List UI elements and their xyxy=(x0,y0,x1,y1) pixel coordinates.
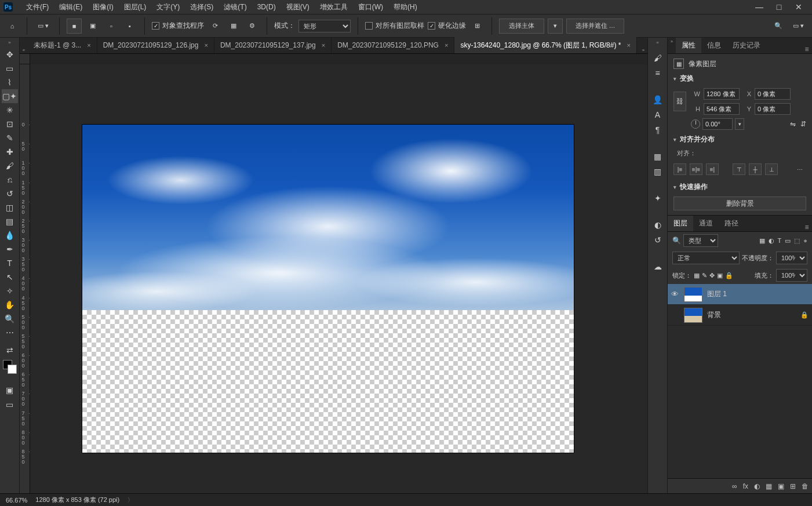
close-button[interactable]: ✕ xyxy=(795,2,803,12)
cloud-icon[interactable]: ☁ xyxy=(650,259,665,274)
sliders-icon[interactable]: ≡ xyxy=(650,65,665,81)
align-top-icon[interactable]: ⊤ xyxy=(733,163,745,175)
link-WH-icon[interactable]: ⛓ xyxy=(673,92,686,111)
select-subject-button[interactable]: 选择主体 xyxy=(499,19,544,34)
gradient-tool[interactable]: ▤ xyxy=(2,214,18,228)
align-bottom-icon[interactable]: ⊥ xyxy=(765,163,778,175)
document-tab-3[interactable]: DM_20230721095129_120.PNG× xyxy=(332,37,454,53)
tab-scroll-left[interactable]: « xyxy=(20,46,28,53)
right-dock-expand[interactable]: « xyxy=(648,40,667,47)
select-subject-dropdown[interactable]: ▾ xyxy=(548,19,563,34)
layer-row[interactable]: 背景🔒 xyxy=(668,305,812,326)
menu-5[interactable]: 选择(S) xyxy=(185,0,219,14)
toolbox-expand[interactable]: » xyxy=(0,40,19,47)
tab-paths[interactable]: 路径 xyxy=(719,216,744,231)
tab-close-icon[interactable]: × xyxy=(87,42,90,49)
align-left-icon[interactable]: |≡ xyxy=(673,163,686,175)
properties-menu-icon[interactable]: ≡ xyxy=(802,45,812,53)
zoom-tool[interactable]: 🔍 xyxy=(2,312,18,326)
lib2-icon[interactable]: ▥ xyxy=(650,164,665,179)
layer-thumbnail[interactable] xyxy=(684,308,702,323)
eyedropper-tool[interactable]: ✎ xyxy=(2,131,18,145)
lock-all-icon[interactable]: 🔒 xyxy=(725,272,733,279)
healing-tool[interactable]: ✚ xyxy=(2,145,18,159)
menu-3[interactable]: 图层(L) xyxy=(119,0,152,14)
shape-tool[interactable]: ✧ xyxy=(2,284,18,298)
lasso-tool[interactable]: ⌇ xyxy=(2,75,18,89)
move-tool[interactable]: ✥ xyxy=(2,48,18,61)
layer-list[interactable]: 👁图层 1背景🔒 xyxy=(668,284,812,478)
document-tab-0[interactable]: 未标题-1 @ 3...× xyxy=(28,37,97,53)
status-dropdown[interactable]: 〉 xyxy=(128,496,133,504)
tab-channels[interactable]: 通道 xyxy=(693,216,719,231)
lock-trans-icon[interactable]: ▦ xyxy=(694,272,700,279)
menu-1[interactable]: 编辑(E) xyxy=(54,0,88,14)
overlay-icon[interactable]: ▦ xyxy=(226,19,241,34)
wand-tool[interactable]: ✳ xyxy=(2,103,18,117)
stamp-tool[interactable]: ⎌ xyxy=(2,173,18,187)
align-more-icon[interactable]: ⋯ xyxy=(793,163,806,175)
add-selection-icon[interactable]: ▣ xyxy=(85,19,100,34)
canvas-viewport[interactable] xyxy=(30,64,647,493)
tab-close-icon[interactable]: × xyxy=(204,42,207,49)
remove-background-button[interactable]: 删除背景 xyxy=(673,196,806,210)
tab-close-icon[interactable]: × xyxy=(627,42,630,49)
mode-select[interactable]: 矩形 xyxy=(298,20,351,32)
adjust-icon[interactable]: ✦ xyxy=(650,191,665,206)
menu-10[interactable]: 窗口(W) xyxy=(353,0,388,14)
object-finder-checkbox[interactable]: 对象查找程序 xyxy=(152,21,204,31)
layers-menu-icon[interactable]: ≡ xyxy=(802,223,812,231)
subtract-selection-icon[interactable]: ▫ xyxy=(104,19,119,34)
paragraph-icon[interactable]: ¶ xyxy=(650,122,665,137)
search-icon[interactable]: 🔍 xyxy=(771,19,786,34)
flip-vertical-icon[interactable]: ⇵ xyxy=(800,120,806,128)
align-hcenter-icon[interactable]: ≡|≡ xyxy=(690,163,702,175)
blur-tool[interactable]: 💧 xyxy=(2,228,18,242)
tab-history[interactable]: 历史记录 xyxy=(727,38,766,53)
tab-close-icon[interactable]: × xyxy=(445,42,448,49)
filter-pixel-icon[interactable]: ▦ xyxy=(759,237,765,245)
width-input[interactable] xyxy=(704,88,740,100)
more-tool[interactable]: ⋯ xyxy=(2,326,18,340)
marquee-tool[interactable]: ▭ xyxy=(2,61,18,75)
tab-layers[interactable]: 图层 xyxy=(668,216,693,231)
lib1-icon[interactable]: ▦ xyxy=(650,149,665,164)
doc-size-readout[interactable]: 1280 像素 x 853 像素 (72 ppi) xyxy=(35,496,119,504)
layer-footer-icon-1[interactable]: fx xyxy=(743,482,748,490)
brush-tool[interactable]: 🖌 xyxy=(2,159,18,173)
layer-footer-icon-3[interactable]: ▦ xyxy=(766,482,772,490)
color-swatches[interactable] xyxy=(3,360,17,374)
home-button[interactable]: ⌂ xyxy=(5,19,20,34)
filter-smart-icon[interactable]: ⬚ xyxy=(794,237,800,245)
height-input[interactable] xyxy=(704,103,740,115)
flip-horizontal-icon[interactable]: ⇋ xyxy=(790,120,796,128)
menu-6[interactable]: 滤镜(T) xyxy=(219,0,252,14)
new-selection-icon[interactable]: ■ xyxy=(67,19,82,34)
menu-9[interactable]: 增效工具 xyxy=(315,0,353,14)
history-icon[interactable]: ↺ xyxy=(650,232,665,247)
select-and-mask-button[interactable]: 选择并遮住 … xyxy=(566,19,624,34)
layer-footer-icon-2[interactable]: ◐ xyxy=(754,482,760,490)
minimize-button[interactable]: — xyxy=(755,2,763,12)
menu-2[interactable]: 图像(I) xyxy=(88,0,118,14)
person-icon[interactable]: 👤 xyxy=(650,92,665,107)
text-icon[interactable]: A xyxy=(650,107,665,122)
screen-mode-icon[interactable]: ▭ xyxy=(2,398,18,412)
path-select-tool[interactable]: ↖ xyxy=(2,270,18,284)
lock-paint-icon[interactable]: ✎ xyxy=(702,272,707,279)
menu-7[interactable]: 3D(D) xyxy=(252,0,281,14)
lock-artboard-icon[interactable]: ▣ xyxy=(717,272,723,279)
fill-input[interactable]: 100% xyxy=(776,269,807,282)
x-input[interactable] xyxy=(755,88,791,100)
hard-edge-checkbox[interactable]: 硬化边缘 xyxy=(428,21,466,31)
layer-footer-icon-5[interactable]: ⊞ xyxy=(790,482,796,490)
layer-footer-icon-4[interactable]: ▣ xyxy=(778,482,784,490)
layer-footer-icon-6[interactable]: 🗑 xyxy=(802,482,809,490)
layer-footer-icon-0[interactable]: ∞ xyxy=(732,482,737,490)
align-right-icon[interactable]: ≡| xyxy=(706,163,719,175)
properties-collapse[interactable]: » xyxy=(668,38,676,45)
style-icon[interactable]: ◐ xyxy=(650,217,665,232)
tab-close-icon[interactable]: × xyxy=(322,42,325,49)
zoom-readout[interactable]: 66.67% xyxy=(6,497,27,504)
pen-tool[interactable]: ✒ xyxy=(2,242,18,256)
